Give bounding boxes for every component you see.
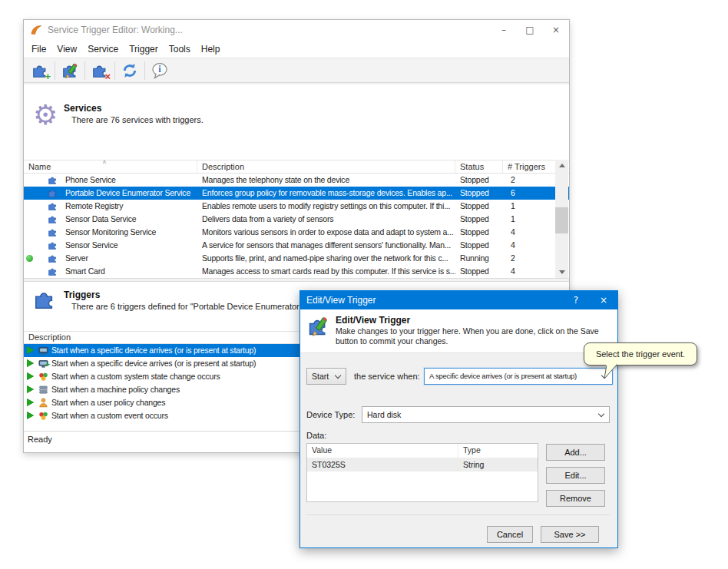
service-name: Smart Card [65,266,105,276]
column-header-description[interactable]: Description [197,160,455,173]
cancel-button[interactable]: Cancel [487,526,533,543]
service-status: Stopped [455,213,503,226]
action-select[interactable]: Start [306,368,346,385]
dialog-close-button[interactable]: × [590,291,617,309]
table-row[interactable]: Sensor Monitoring Service Monitors vario… [24,226,569,239]
tooltip-balloon: Select the trigger event. [584,342,697,366]
services-list: Name ∧ Description Status # Triggers Pho… [24,160,569,278]
tooltip-tail [603,364,618,379]
service-status: Stopped [455,174,503,187]
device-type-select[interactable]: Hard disk [362,406,610,423]
services-panel-header: ⚙ Services There are 76 services with tr… [24,84,569,158]
menu-view[interactable]: View [51,42,82,56]
puzzle-icon [33,288,56,311]
service-description: Enforces group policy for removable mass… [197,187,455,200]
device-type-label: Device Type: [306,410,355,419]
device-icon [38,346,48,356]
refresh-button[interactable] [117,60,142,81]
delete-trigger-button[interactable]: × [88,60,112,81]
toolbar: + × [24,58,569,83]
add-button[interactable]: Add... [546,444,605,461]
data-table: Value Type ST0325S String [306,443,538,502]
service-trigger-count: 1 [503,200,554,213]
start-trigger-icon [27,412,34,419]
table-row[interactable]: Server Supports file, print, and named-p… [24,252,569,265]
maximize-button[interactable]: □ [517,20,543,40]
service-trigger-count: 4 [503,226,554,239]
trigger-event-select[interactable]: A specific device arrives (or is present… [424,368,613,385]
column-header-name[interactable]: Name ∧ [24,160,197,173]
service-name: Portable Device Enumerator Service [65,188,190,197]
start-trigger-icon [27,372,34,380]
help-button[interactable]: ? [562,291,590,309]
toolbar-separator [144,61,145,80]
data-label: Data: [306,431,326,440]
dialog-title-bar[interactable]: Edit/View Trigger ? × [300,291,617,309]
chevron-down-icon [598,411,604,417]
edit-view-trigger-dialog: Edit/View Trigger ? × Edit/View Trigger … [299,290,618,548]
service-description: Manages access to smart cards read by th… [197,265,455,278]
table-row[interactable]: Sensor Service A service for sensors tha… [24,239,569,252]
services-header-row: Name ∧ Description Status # Triggers [24,160,569,174]
data-row[interactable]: ST0325S String [307,458,538,471]
close-button[interactable]: × [543,20,569,40]
column-header-value[interactable]: Value [307,444,458,458]
table-row-selected[interactable]: Portable Device Enumerator Service Enfor… [24,187,569,200]
service-status: Stopped [455,200,503,213]
service-icon [48,175,58,185]
title-bar[interactable]: Service Trigger Editor: Working... – □ × [24,20,569,40]
trigger-description: Start when a specific device arrives (or… [51,359,256,368]
start-trigger-icon [27,399,34,406]
service-status: Stopped [455,239,503,252]
refresh-icon [121,62,138,79]
edit-trigger-button[interactable] [58,60,82,81]
menu-service[interactable]: Service [82,42,124,56]
service-description: Supports file, print, and named-pipe sha… [197,252,455,265]
service-status: Stopped [455,265,503,278]
service-description: Monitors various sensors in order to exp… [197,226,455,239]
remove-button[interactable]: Remove [546,490,605,507]
table-row[interactable]: Smart Card Manages access to smart cards… [24,265,569,278]
service-name: Sensor Service [65,240,117,250]
help-icon: ? [574,295,578,306]
table-row[interactable]: Remote Registry Enables remote users to … [24,200,569,213]
scroll-up-icon[interactable] [555,160,568,171]
services-scrollbar[interactable] [555,160,568,278]
dialog-header: Edit/View Trigger Make changes to your t… [300,309,617,353]
add-trigger-button[interactable]: + [28,60,52,81]
service-trigger-count: 1 [503,213,554,226]
minimize-button[interactable]: – [491,20,517,40]
service-name: Remote Registry [65,201,123,210]
edit-button[interactable]: Edit... [546,467,605,484]
column-header-triggers[interactable]: # Triggers [503,160,554,173]
minimize-icon: – [501,25,506,35]
menu-trigger[interactable]: Trigger [124,42,164,56]
start-trigger-icon [27,359,34,367]
scrollbar-thumb[interactable] [555,207,568,233]
menu-tools[interactable]: Tools [164,42,196,56]
menu-file[interactable]: File [26,42,51,56]
about-button[interactable] [147,60,172,81]
device-add-icon: + [38,359,48,369]
service-name: Sensor Monitoring Service [65,227,156,237]
info-balloon-icon [151,62,168,79]
triggers-title: Triggers [64,289,100,300]
service-trigger-count: 2 [503,174,554,187]
running-indicator [26,255,33,262]
save-button[interactable]: Save >> [541,526,599,543]
menu-help[interactable]: Help [196,42,226,56]
plus-icon: + [45,72,51,81]
table-row[interactable]: Sensor Data Service Delivers data from a… [24,213,569,226]
service-trigger-count: 2 [503,252,554,265]
table-row[interactable]: Phone Service Manages the telephony stat… [24,174,569,187]
column-header-status[interactable]: Status [455,160,503,173]
column-header-type[interactable]: Type [458,444,538,458]
start-trigger-icon [27,346,34,354]
toolbar-separator [55,61,55,80]
scroll-down-icon[interactable] [555,266,568,278]
dialog-heading: Edit/View Trigger [336,315,410,326]
service-icon [48,188,58,198]
service-name: Server [65,253,88,263]
divider [306,514,610,515]
service-name: Sensor Data Service [65,214,137,223]
